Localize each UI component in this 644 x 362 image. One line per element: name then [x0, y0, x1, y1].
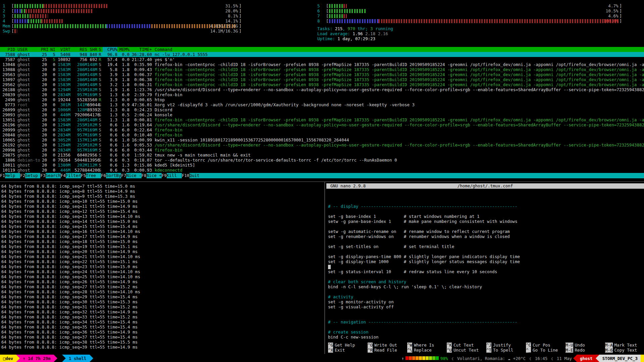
process-row[interactable]: 13048ghost2001583M286M148MS19.41.80:35.9… — [0, 62, 644, 67]
fkey-f10-button[interactable]: F10 — [182, 173, 190, 178]
process-row[interactable]: 29563ghost2001583M286M148MS3.91.80:06.37… — [0, 72, 644, 77]
nano-editor-content[interactable]: # -- display ---------------------------… — [328, 189, 643, 340]
fkey-f6-button[interactable]: F6 — [101, 173, 106, 178]
process-row[interactable]: 29562ghost2001583M286M148MS3.21.80:06.31… — [0, 82, 644, 87]
nano-shortcut-mark-text[interactable]: M-AMark Text — [605, 343, 644, 348]
gauge-block — [406, 356, 409, 360]
process-row[interactable]: 29875ghost2002135660402956S0.60.01:59.02… — [0, 153, 644, 158]
nano-shortcut-cut-text[interactable]: ^KCut Text — [447, 343, 486, 348]
process-row[interactable]: 9773root200301M141M69044S1.30.947:36.01X… — [0, 102, 644, 107]
column-header-cpu[interactable]: CPU% — [103, 47, 117, 52]
fkey-f7-button[interactable]: F7 — [121, 173, 126, 178]
column-header-time[interactable]: TIME+ — [129, 47, 152, 52]
column-header-res[interactable]: RES — [70, 47, 87, 52]
fkey-label[interactable]: Quit — [190, 173, 644, 178]
nano-pane[interactable]: GNU nano 2.9.8 /home/ghost/.tmux.conf # … — [326, 183, 644, 354]
nano-shortcut-cur-pos[interactable]: ^CCur Pos — [526, 343, 566, 348]
nano-shortcut-undo[interactable]: M-UUndo — [566, 343, 605, 348]
fkey-f4-button[interactable]: F4 — [61, 173, 66, 178]
cell-pid: 20848 — [0, 132, 15, 137]
nano-shortcut-replace[interactable]: ^\Replace — [407, 348, 447, 353]
tmux-status-left: □ dev↑ 1d 7h 29m1 shell — [0, 355, 93, 362]
fkey-f5-button[interactable]: F5 — [81, 173, 86, 178]
process-row[interactable]: 13088ghost2001583M286M148MS5.81.80:09.43… — [0, 67, 644, 72]
process-row[interactable]: 10065ghost2003052M157M114MS0.61.016:00.9… — [0, 137, 644, 142]
cell-user: ghost — [17, 72, 41, 77]
process-row[interactable]: 20839ghost2002834M957M169MS1.36.02:39.79… — [0, 92, 644, 97]
nano-shortcut-write-out[interactable]: ^OWrite Out — [368, 343, 407, 348]
fkey-f1-button[interactable]: F1 — [0, 173, 5, 178]
nano-shortcut-to-spell[interactable]: ^TTo Spell — [486, 348, 526, 353]
fkey-label[interactable]: Kill — [167, 173, 182, 178]
cell-res: 286M — [70, 72, 87, 77]
fkey-label[interactable]: Help — [5, 173, 20, 178]
column-header-user[interactable]: USER — [17, 47, 41, 52]
nano-shortcut-get-help[interactable]: ^GGet Help — [328, 343, 368, 348]
cell-cmd: tor --defaults-torrc /usr/share/tor/tor-… — [155, 158, 644, 163]
column-header-ni[interactable]: NI — [47, 47, 55, 52]
column-header-virt[interactable]: VIRT — [55, 47, 70, 52]
column-header-pri[interactable]: PRI — [41, 47, 47, 52]
process-row[interactable]: 1886debian-to200792645044813956S0.60.30:… — [0, 158, 644, 163]
process-row[interactable]: 2490ghost2001924455283560R1.30.00:00.65h… — [0, 97, 644, 102]
nano-shortcut-redo[interactable]: M-ERedo — [566, 348, 605, 353]
fkey-f2-button[interactable]: F2 — [20, 173, 25, 178]
process-row[interactable]: 20999ghost2002834M957M169MS0.66.00:22.64… — [0, 127, 644, 132]
htop-pane[interactable]: 1[31.5%]2[28.0%]3[8.1%]4[14.1%]Mem[4.83G… — [0, 0, 644, 181]
fkey-label[interactable]: Nice - — [126, 173, 141, 178]
fkey-label[interactable]: Tree — [86, 173, 101, 178]
weather-temperature: +20°C — [513, 356, 526, 361]
column-header-mem[interactable]: MEM% — [117, 47, 129, 52]
process-row[interactable]: 13097ghost2001583M286M148MS3.91.80:06.38… — [0, 77, 644, 82]
process-table-header[interactable]: PIDUSERPRINIVIRTRESSHRSCPU%MEM%TIME+Comm… — [0, 47, 644, 52]
fkey-label[interactable]: Filter — [66, 173, 81, 178]
process-row[interactable]: 7588ghost2555408948840R96.80.036:28.60nc… — [0, 52, 644, 57]
cell-cmd: firefox-bin — [155, 147, 644, 153]
fkey-label[interactable]: Nice + — [147, 173, 162, 178]
process-row[interactable]: 10011ghost2001380M202M112MS0.61.30:15.86… — [0, 163, 644, 168]
fkey-f8-button[interactable]: F8 — [142, 173, 147, 178]
process-row[interactable]: 20998ghost2002834M957M169MS0.66.00:03.44… — [0, 147, 644, 153]
cell-virt: 1583M — [55, 117, 70, 122]
process-row[interactable]: 26099ghost2001006M128M89392S1.30.80:24.2… — [0, 107, 644, 112]
cell-mem: 1.6 — [117, 87, 129, 92]
column-header-s[interactable]: S — [97, 47, 103, 52]
tmux-pane-border-horizontal[interactable] — [0, 181, 644, 182]
ping-pane[interactable]: 64 bytes from 8.8.8.8: icmp_seq=7 ttl=55… — [1, 184, 323, 350]
cell-time: 0:35.90 — [129, 62, 152, 67]
shortcut-key: ^U — [447, 348, 452, 353]
process-row[interactable]: 26192ghost2001294M255M102MS0.61.60:05.53… — [0, 142, 644, 147]
process-row[interactable]: 13051ghost2001583M286M148MS1.31.80:00.81… — [0, 117, 644, 122]
nano-shortcut-justify[interactable]: ^JJustify — [486, 343, 526, 348]
process-row[interactable]: 20848ghost2002834M957M169MS0.66.00:10.40… — [0, 132, 644, 137]
nano-shortcut-where-is[interactable]: ^WWhere Is — [407, 343, 447, 348]
column-header-shr[interactable]: SHR — [87, 47, 97, 52]
nano-shortcut-uncut-text[interactable]: ^UUncut Text — [447, 348, 486, 353]
cell-ni: 0 — [47, 142, 55, 147]
process-row[interactable]: 26196ghost2001294M255M102MS0.61.60:19.64… — [0, 122, 644, 127]
nano-shortcut-go-to-line[interactable]: ^_Go To Line — [526, 348, 566, 353]
nano-shortcut-read-file[interactable]: ^RRead File — [368, 348, 407, 353]
process-row[interactable]: 26188ghost2001294M255M102MS1.91.61:23.76… — [0, 87, 644, 92]
process-row[interactable]: 29093ghost200440M7920064176S1.30.52:06.2… — [0, 112, 644, 117]
process-row[interactable]: 7587ghost25510892756692R57.40.021:27.40y… — [0, 57, 644, 62]
cell-time: 16:00.99 — [129, 137, 152, 142]
window-tab-1-shell[interactable]: 1 shell — [66, 355, 90, 362]
fkey-label[interactable]: SortBy — [106, 173, 121, 178]
terminal-screen: 1[31.5%]2[28.0%]3[8.1%]4[14.1%]Mem[4.83G… — [0, 0, 644, 362]
fkey-label[interactable]: Setup — [25, 173, 40, 178]
nano-title-bar: GNU nano 2.9.8 /home/ghost/.tmux.conf — [326, 183, 644, 189]
session-name-segment[interactable]: □ dev — [0, 355, 16, 362]
tmux-pane-border-vertical[interactable] — [324, 182, 325, 354]
nano-line-blank — [328, 274, 643, 279]
fkey-label[interactable]: Search — [46, 173, 61, 178]
column-header-command[interactable]: Command — [155, 47, 644, 52]
stat-text: 970 — [347, 26, 355, 31]
fkey-f9-button[interactable]: F9 — [162, 173, 167, 178]
column-header-pid[interactable]: PID — [0, 47, 15, 52]
process-row[interactable]: 10119ghost200446M5278844200S0.60.30:00.9… — [0, 168, 644, 173]
nano-shortcut-exit[interactable]: ^XExit — [328, 348, 368, 353]
nano-shortcut-copy-text[interactable]: M-6Copy Text — [605, 348, 644, 353]
fkey-f3-button[interactable]: F3 — [40, 173, 45, 178]
cell-time: 0:00.65 — [129, 97, 152, 102]
